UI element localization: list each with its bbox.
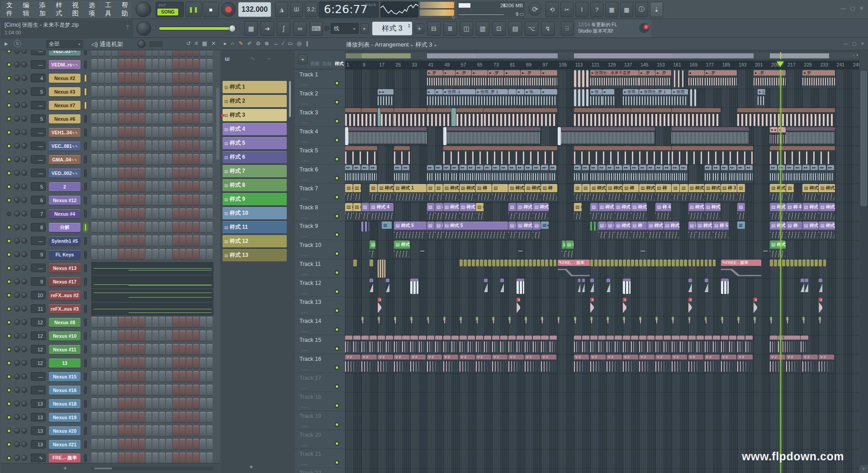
- clip-wp[interactable]: [664, 336, 671, 354]
- step-5[interactable]: [119, 412, 124, 423]
- step-3[interactable]: [105, 59, 111, 70]
- step-10[interactable]: [152, 195, 158, 206]
- step-18[interactable]: [207, 86, 213, 97]
- step-11[interactable]: [159, 168, 165, 179]
- channel-mute-led[interactable]: [7, 51, 11, 53]
- step-18[interactable]: [207, 412, 213, 423]
- clip-ab6[interactable]: ▸▸: [353, 165, 360, 183]
- step-18[interactable]: [207, 59, 213, 70]
- clip-g[interactable]: ▤ 样..: [566, 241, 574, 259]
- step-7[interactable]: [132, 385, 138, 396]
- channel-select-indicator[interactable]: [84, 210, 87, 218]
- menu-item-1[interactable]: 编辑: [23, 1, 32, 18]
- step-17[interactable]: [200, 236, 206, 246]
- channel-mute-led[interactable]: [7, 307, 11, 311]
- clip-kb[interactable]: [410, 279, 418, 294]
- clip-wp[interactable]: [615, 336, 622, 354]
- step-12[interactable]: [166, 344, 172, 355]
- step-12[interactable]: [166, 398, 172, 409]
- step-4[interactable]: [112, 154, 118, 165]
- channel-volume-knob[interactable]: [21, 197, 27, 203]
- step-11[interactable]: [159, 358, 165, 369]
- step-3[interactable]: [105, 439, 111, 450]
- step-17[interactable]: [200, 398, 206, 409]
- step-sequencer[interactable]: [91, 358, 213, 369]
- step-13[interactable]: [173, 412, 179, 423]
- step-14[interactable]: [180, 358, 185, 369]
- clip-ol[interactable]: [550, 260, 553, 266]
- clip-p[interactable]: ▤: [427, 203, 435, 221]
- step-15[interactable]: [186, 358, 192, 369]
- zoom-icon[interactable]: ◎: [297, 40, 301, 47]
- clip-v2[interactable]: V 2: [737, 355, 753, 373]
- clip-v2[interactable]: V 2: [672, 355, 687, 373]
- step-sequencer[interactable]: [91, 412, 213, 423]
- clip-ab6[interactable]: ▸▸: [631, 165, 638, 183]
- clip-pbr[interactable]: [778, 108, 835, 126]
- clip-ab6[interactable]: ▸▸: [729, 165, 736, 183]
- track-header-7[interactable]: Track 7●●●: [295, 184, 345, 203]
- clip-y[interactable]: ▤ 样式 1: [590, 184, 606, 202]
- download-icon[interactable]: ⇣: [650, 2, 663, 17]
- step-2[interactable]: [98, 236, 104, 246]
- channel-select-indicator[interactable]: [84, 128, 87, 137]
- clip-p[interactable]: ▤ 样式 5: [819, 222, 835, 240]
- channel-button[interactable]: reFX..xus #3: [49, 304, 81, 313]
- step-8[interactable]: [139, 398, 145, 409]
- channel-pan-knob[interactable]: [14, 156, 20, 162]
- step-5[interactable]: [119, 398, 124, 409]
- channel-target-display[interactable]: ---: [31, 264, 46, 272]
- clip-wp[interactable]: [705, 336, 712, 354]
- clip-tg[interactable]: [770, 317, 772, 321]
- clip-ol[interactable]: [627, 260, 630, 266]
- channel-target-display[interactable]: 13: [31, 399, 46, 408]
- clip-ar[interactable]: ▸: [688, 70, 704, 88]
- step-13[interactable]: [173, 114, 179, 124]
- rack-swing-knob[interactable]: [138, 40, 146, 48]
- step-sequencer[interactable]: [91, 317, 213, 328]
- step-17[interactable]: [200, 51, 206, 57]
- clip-pp[interactable]: [361, 222, 369, 232]
- track-options-dots[interactable]: ●●●: [301, 273, 308, 276]
- clip-p[interactable]: ▤ 样式 4: [615, 203, 631, 221]
- clip-p[interactable]: ▤ 样: [435, 203, 443, 221]
- close-icon[interactable]: ✕: [859, 5, 863, 11]
- minimap-dot-icon[interactable]: •: [857, 53, 858, 57]
- channel-pan-knob[interactable]: [14, 428, 20, 434]
- step-sequencer[interactable]: [91, 249, 213, 260]
- step-2[interactable]: [98, 358, 104, 369]
- channel-volume-knob[interactable]: [21, 238, 27, 244]
- step-10[interactable]: [152, 51, 158, 57]
- clip-pbr[interactable]: [574, 108, 631, 126]
- step-3[interactable]: [105, 344, 111, 355]
- step-15[interactable]: [186, 222, 192, 233]
- clip-tg[interactable]: [410, 317, 413, 321]
- step-sequencer[interactable]: [91, 154, 213, 165]
- clip-ab6[interactable]: ▸▸: [615, 165, 622, 183]
- clip-tg[interactable]: [688, 317, 691, 321]
- clip-ol[interactable]: [460, 260, 463, 266]
- step-8[interactable]: [139, 51, 145, 57]
- clip-slb[interactable]: [694, 89, 696, 106]
- channel-button[interactable]: Nexus #3: [49, 87, 81, 96]
- step-6[interactable]: [125, 208, 131, 219]
- step-12[interactable]: [166, 453, 172, 463]
- step-18[interactable]: [207, 453, 213, 463]
- clip-bl[interactable]: ▤: [382, 222, 392, 229]
- step-3[interactable]: [105, 317, 111, 328]
- channel-mute-led[interactable]: [7, 212, 11, 216]
- clip-p[interactable]: ▤ 样式 4: [819, 203, 835, 221]
- clip-y[interactable]: ▤: [574, 184, 582, 202]
- channel-select-indicator[interactable]: [84, 345, 87, 354]
- clip-wp[interactable]: [598, 336, 606, 354]
- channel-target-display[interactable]: 12: [31, 331, 46, 340]
- step-9[interactable]: [146, 371, 152, 382]
- step-15[interactable]: [186, 141, 192, 151]
- step-13[interactable]: [173, 208, 179, 219]
- clip-hp[interactable]: [801, 279, 804, 297]
- clip-y[interactable]: ▤ 样..: [353, 203, 361, 221]
- step-13[interactable]: [173, 398, 179, 409]
- clip-v2[interactable]: V 2: [770, 355, 785, 373]
- step-15[interactable]: [186, 181, 192, 192]
- step-18[interactable]: [207, 51, 213, 57]
